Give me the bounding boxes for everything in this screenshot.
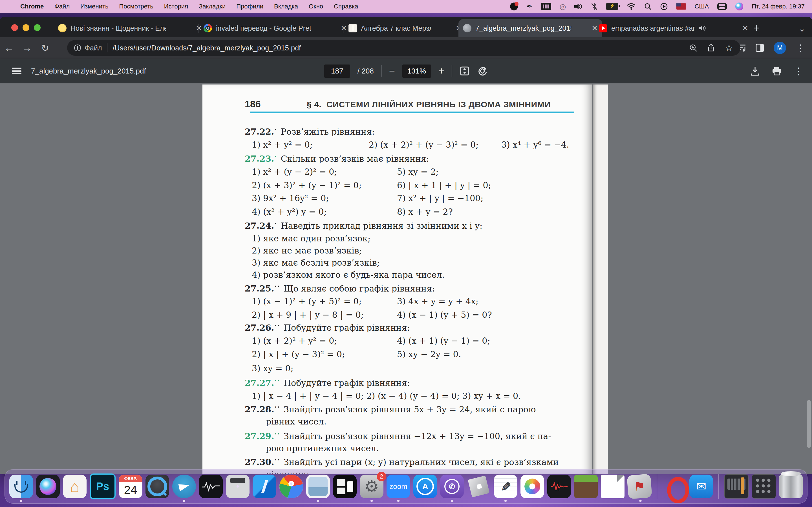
dock-telegram[interactable] (172, 474, 196, 498)
omnibox[interactable]: Файл /Users/user/Downloads/7_algebra_mer… (67, 40, 741, 56)
screen-mirroring-icon[interactable]: ◎ (560, 2, 566, 11)
dock-zoom[interactable]: zoom (387, 474, 410, 498)
page-number-input[interactable] (324, 64, 350, 78)
bluetooth-off-icon[interactable] (591, 2, 598, 11)
window-zoom-button[interactable] (34, 24, 41, 31)
problem-items: 3) 9x² + 16y² = 0;7) x² + | y | = −100; (252, 193, 590, 203)
dock-window-manager[interactable] (333, 474, 357, 498)
dock-waveform-app[interactable] (199, 474, 223, 498)
tab-list-chevron-icon[interactable]: ⌄ (799, 24, 806, 34)
kebab-menu-icon[interactable]: ⋮ (796, 42, 805, 54)
tab-diary[interactable]: Нові знання - Щоденник - Еле ✕ (54, 19, 206, 37)
section-heading: § 4. СИСТЕМИ ЛІНІЙНИХ РІВНЯНЬ ІЗ ДВОМА З… (307, 100, 551, 109)
problem-items: 1) x² + y² = 0;2) (x + 2)² + (y − 3)² = … (252, 140, 590, 150)
screen-recorder-icon[interactable] (510, 3, 518, 10)
dock-viber[interactable]: ✆ (440, 474, 464, 498)
menu-item-edit[interactable]: Изменить (80, 3, 108, 10)
dock-chrome[interactable] (280, 474, 303, 498)
menu-item-bookmarks[interactable]: Закладки (199, 3, 225, 10)
print-icon[interactable] (772, 66, 781, 75)
dock-mail[interactable]: ✉ (689, 474, 713, 498)
spotlight-icon[interactable] (644, 2, 652, 11)
bookmark-star-icon[interactable]: ☆ (725, 43, 733, 53)
menu-hamburger-icon[interactable] (12, 68, 21, 74)
tab-algebra-site[interactable]: Алгебра 7 клас Мерзляк (пог ✕ (344, 19, 466, 37)
site-info-chip[interactable]: Файл (67, 44, 102, 52)
problem-items: 1) (x + 2)² + y² = 0;4) (x + 1) (y − 1) … (252, 336, 590, 346)
dock-minimized-window-1[interactable] (724, 474, 749, 499)
menu-item-history[interactable]: История (164, 3, 188, 10)
battery-charging-icon[interactable]: ⚡ (606, 3, 618, 10)
dock-calendar[interactable]: ФЕВР. 24 (119, 474, 142, 498)
url-text[interactable]: /Users/user/Downloads/7_algebra_merzlyak… (112, 44, 301, 52)
now-playing-icon[interactable] (660, 2, 668, 11)
menu-item-help[interactable]: Справка (334, 3, 358, 10)
dock-trash[interactable] (779, 474, 803, 498)
siri-icon[interactable] (735, 3, 743, 10)
menu-item-profiles[interactable]: Профили (236, 3, 263, 10)
pdf-scrollbar[interactable] (807, 84, 811, 473)
zoom-out-button[interactable]: − (389, 65, 395, 77)
youtube-icon (599, 24, 607, 33)
profile-avatar[interactable]: M (774, 42, 786, 54)
fit-page-icon[interactable] (460, 66, 470, 76)
tab-youtube[interactable]: empanadas argentinas #ar ✕ (594, 19, 753, 37)
dock-quicktime[interactable] (146, 474, 169, 498)
dock-libreoffice[interactable] (601, 474, 624, 498)
dock-opera[interactable] (663, 474, 686, 498)
sidebar-icon[interactable] (756, 44, 764, 52)
window-close-button[interactable] (11, 24, 18, 31)
problem-items: 2) | x | + (y − 3)² = 0;5) xy − 2y = 0. (252, 349, 590, 359)
share-icon[interactable] (707, 44, 715, 52)
menu-bar-clock[interactable]: Пт, 24 февр. 19:37 (752, 3, 805, 10)
dock-blue-tiles-app[interactable] (253, 474, 276, 498)
dock-app-store[interactable]: A (413, 474, 437, 498)
menu-item-window[interactable]: Окно (309, 3, 323, 10)
problem-items: 4) розв’язком якого є будь-яка пара чисе… (252, 270, 445, 280)
problem-text: рою протилежних чисел. (266, 443, 379, 453)
menu-app-name[interactable]: Chrome (20, 3, 44, 10)
volume-icon[interactable] (574, 2, 583, 11)
dock-minecraft[interactable] (574, 474, 598, 498)
download-icon[interactable] (751, 66, 760, 76)
menu-item-file[interactable]: Файл (54, 3, 70, 10)
window-minimize-button[interactable] (22, 24, 29, 31)
pdf-viewport[interactable]: 186 § 4. СИСТЕМИ ЛІНІЙНИХ РІВНЯНЬ ІЗ ДВО… (0, 83, 812, 474)
back-button[interactable]: ← (0, 43, 18, 54)
dock-minimized-window-2[interactable] (752, 474, 776, 499)
dock-siri[interactable] (36, 474, 60, 498)
dock-image-viewer[interactable] (306, 474, 330, 498)
dock-installer-app[interactable]: ⚑ (627, 474, 652, 499)
tab-google-translate[interactable]: G invaled перевод - Google Pret ✕ (199, 19, 351, 37)
input-source-flag[interactable] (676, 2, 686, 11)
dock-photos[interactable] (520, 474, 544, 498)
menu-item-tab[interactable]: Вкладка (274, 3, 298, 10)
dock-zone: ⌂ Ps ФЕВР. 24 ⚙ 2 zoom A ✆ ✎ ⚑ (0, 457, 812, 507)
zoom-icon[interactable] (689, 44, 697, 52)
dock-home[interactable]: ⌂ (63, 474, 87, 498)
tab-close-icon[interactable]: ✕ (742, 24, 748, 33)
zoom-in-button[interactable]: + (439, 65, 444, 77)
problem-items: 1) x² + (y − 2)² = 0;5) xy = 2; (252, 167, 590, 177)
google-icon: G (204, 24, 212, 33)
wifi-icon[interactable] (627, 2, 636, 11)
dock-photoshop[interactable]: Ps (90, 473, 116, 499)
forward-button[interactable]: → (18, 43, 36, 54)
reload-button[interactable]: ↻ (36, 42, 54, 54)
ink-pen-icon[interactable]: ✒ (526, 2, 532, 11)
control-center-icon[interactable] (717, 3, 727, 10)
new-tab-button[interactable]: + (753, 22, 760, 34)
dock-finder[interactable] (9, 474, 33, 498)
kebab-menu-icon[interactable]: ⋮ (794, 65, 804, 76)
dock-voice-memos[interactable] (547, 474, 571, 498)
dock-textedit[interactable]: ✎ (494, 474, 517, 498)
keyboard-icon[interactable] (541, 3, 551, 10)
problem-text: рівних чисел. (266, 416, 326, 427)
dock-calculator[interactable] (226, 474, 250, 498)
rotate-icon[interactable] (477, 66, 488, 76)
input-source-label[interactable]: США (695, 3, 709, 10)
dock-system-settings[interactable]: ⚙ 2 (360, 474, 384, 498)
dock-roblox[interactable] (467, 474, 491, 498)
menu-item-view[interactable]: Посмотреть (119, 3, 153, 10)
tab-pdf-active[interactable]: 7_algebra_merzlyak_pog_2015 ✕ (458, 19, 602, 37)
